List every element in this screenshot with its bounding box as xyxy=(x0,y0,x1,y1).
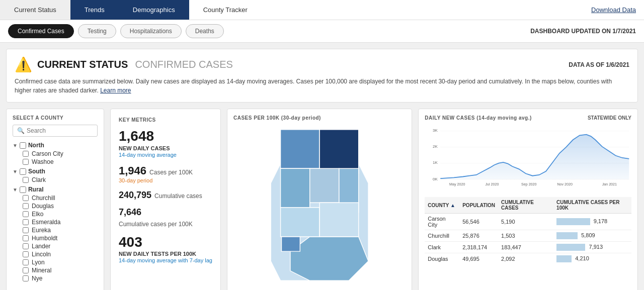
checkbox-carson-city[interactable] xyxy=(23,151,29,157)
list-item: Esmeralda xyxy=(23,218,98,226)
arrow-icon: ▼ xyxy=(13,169,18,174)
checkbox-humboldt[interactable] xyxy=(23,235,29,241)
download-data-link[interactable]: Download Data xyxy=(583,0,644,20)
list-item: Nye xyxy=(23,274,98,282)
douglas-label[interactable]: Douglas xyxy=(32,203,54,210)
table-row: Carson City 56,546 5,190 9,178 xyxy=(425,214,631,230)
metric-cumulative-per100k: 7,646 Cumulative cases per 100K xyxy=(119,208,212,228)
checkbox-south[interactable] xyxy=(20,168,26,175)
svg-marker-2 xyxy=(281,130,320,169)
clark-label[interactable]: Clark xyxy=(32,176,46,183)
humboldt-label[interactable]: Humboldt xyxy=(32,235,57,242)
checkbox-washoe[interactable] xyxy=(23,159,29,165)
list-item: Churchill xyxy=(23,194,98,202)
checkbox-elko[interactable] xyxy=(23,211,29,217)
checkbox-lyon[interactable] xyxy=(23,259,29,265)
main-content: SELECT A COUNTY 🔍 ▼ North Carson City xyxy=(6,109,638,290)
learn-more-link[interactable]: Learn more xyxy=(100,87,131,94)
washoe-label[interactable]: Washoe xyxy=(32,158,54,165)
metric-new-daily-cases: 1,648 NEW DAILY CASES 14-day moving aver… xyxy=(119,129,212,158)
esmeralda-label[interactable]: Esmeralda xyxy=(32,219,60,226)
checkbox-clark[interactable] xyxy=(23,177,29,183)
tab-county-tracker[interactable]: County Tracker xyxy=(189,0,262,20)
svg-marker-7 xyxy=(281,208,320,237)
sub-navigation: Confirmed Cases Testing Hospitalizations… xyxy=(0,20,644,43)
pill-hospitalizations[interactable]: Hospitalizations xyxy=(120,24,182,38)
metric-sub-daily-tests: 14-day moving average with 7-day lag xyxy=(119,257,212,263)
table-row: Churchill 25,876 1,503 5,809 xyxy=(425,230,631,242)
chart-panel: DAILY NEW CASES (14-day moving avg.) STA… xyxy=(418,109,638,290)
mineral-label[interactable]: Mineral xyxy=(32,267,51,274)
south-label: South xyxy=(28,168,45,175)
metric-label-daily-cases: NEW DAILY CASES xyxy=(119,145,212,151)
col-cumulative-per100k[interactable]: CUMULATIVE CASES PER 100K xyxy=(553,197,631,214)
pill-deaths[interactable]: Deaths xyxy=(186,24,224,38)
metric-label-daily-tests: NEW DAILY TESTS PER 100K xyxy=(119,251,212,257)
tab-demographics[interactable]: Demographics xyxy=(119,0,189,20)
col-county[interactable]: COUNTY ▲ xyxy=(425,197,459,214)
checkbox-rural[interactable] xyxy=(20,186,26,193)
checkbox-churchill[interactable] xyxy=(23,195,29,201)
eureka-label[interactable]: Eureka xyxy=(32,227,51,234)
search-input[interactable] xyxy=(27,127,93,134)
lincoln-label[interactable]: Lincoln xyxy=(32,251,51,258)
map-panel: CASES PER 100K (30-day period) xyxy=(227,109,412,290)
metric-label-per100k: Cases per 100K xyxy=(149,169,193,176)
cell-population: 56,546 xyxy=(459,214,498,230)
metric-cases-per-100k: 1,946 Cases per 100K 30-day period xyxy=(119,165,212,183)
arrow-icon: ▼ xyxy=(13,143,18,148)
lander-label[interactable]: Lander xyxy=(32,243,50,250)
checkbox-eureka[interactable] xyxy=(23,227,29,233)
tree-group-rural-header[interactable]: ▼ Rural xyxy=(13,185,98,194)
nye-label[interactable]: Nye xyxy=(32,275,42,282)
svg-text:May 2020: May 2020 xyxy=(449,182,465,186)
cell-per100k: 4,210 xyxy=(553,253,631,262)
metric-sub-per100k: 30-day period xyxy=(119,177,212,183)
svg-marker-3 xyxy=(319,130,359,173)
metric-value-per100k: 1,946 xyxy=(119,165,146,177)
rural-label: Rural xyxy=(28,186,44,193)
lyon-label[interactable]: Lyon xyxy=(32,259,45,266)
globe-icon: ⚠️ xyxy=(15,56,32,73)
map-title: CASES PER 100K (30-day period) xyxy=(233,115,406,121)
svg-marker-5 xyxy=(310,168,339,203)
metric-cumulative-cases: 240,795 Cumulative cases xyxy=(119,190,212,201)
table-row: Clark 2,318,174 183,447 7,913 xyxy=(425,242,631,253)
metric-value-cumulative-per100k: 7,646 xyxy=(119,208,141,218)
header-section: ⚠️ CURRENT STATUS CONFIRMED CASES DATA A… xyxy=(6,49,638,103)
pill-confirmed-cases[interactable]: Confirmed Cases xyxy=(8,24,74,38)
checkbox-lincoln[interactable] xyxy=(23,251,29,257)
svg-marker-8 xyxy=(319,203,359,237)
key-metrics-panel: KEY METRICS 1,648 NEW DAILY CASES 14-day… xyxy=(110,109,221,290)
col-cumulative-cases[interactable]: CUMULATIVE CASES xyxy=(498,197,553,214)
checkbox-esmeralda[interactable] xyxy=(23,219,29,225)
carson-city-label[interactable]: Carson City xyxy=(32,150,63,157)
list-item: Clark xyxy=(23,176,98,184)
checkbox-douglas[interactable] xyxy=(23,203,29,209)
checkbox-lander[interactable] xyxy=(23,243,29,249)
checkbox-nye[interactable] xyxy=(23,275,29,281)
nevada-map xyxy=(233,125,406,285)
metric-label-cumulative-per100k: Cumulative cases per 100K xyxy=(119,221,193,228)
pill-testing[interactable]: Testing xyxy=(78,24,116,38)
svg-text:3K: 3K xyxy=(433,128,438,133)
checkbox-mineral[interactable] xyxy=(23,267,29,273)
svg-text:1K: 1K xyxy=(433,161,438,165)
search-box: 🔍 xyxy=(13,125,98,137)
churchill-label[interactable]: Churchill xyxy=(32,195,55,202)
svg-text:2K: 2K xyxy=(433,144,438,149)
statewide-label: STATEWIDE ONLY xyxy=(588,115,631,121)
metric-sub-daily-cases: 14-day moving average xyxy=(119,152,212,158)
county-selector-panel: SELECT A COUNTY 🔍 ▼ North Carson City xyxy=(6,109,104,290)
checkbox-north[interactable] xyxy=(20,142,26,149)
metric-value-daily-cases: 1,648 xyxy=(119,129,212,144)
tab-trends[interactable]: Trends xyxy=(70,0,119,20)
tab-current-status[interactable]: Current Status xyxy=(0,0,70,20)
tree-group-north-header[interactable]: ▼ North xyxy=(13,141,98,150)
elko-label[interactable]: Elko xyxy=(32,211,43,218)
tree-group-south-header[interactable]: ▼ South xyxy=(13,167,98,176)
rural-children: Churchill Douglas Elko Esmeralda xyxy=(13,194,98,282)
col-population[interactable]: POPULATION xyxy=(459,197,498,214)
cell-county: Carson City xyxy=(425,214,459,230)
cell-population: 25,876 xyxy=(459,230,498,242)
